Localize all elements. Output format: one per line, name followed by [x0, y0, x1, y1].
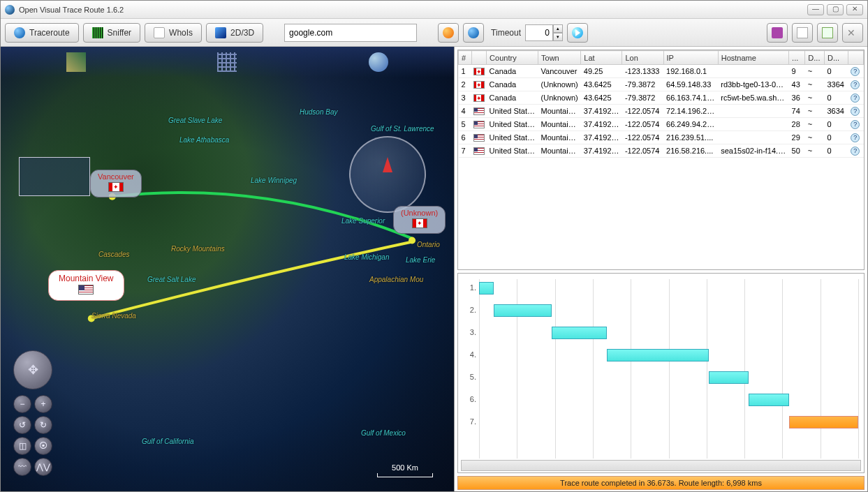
gantt-row: 3. [479, 324, 858, 345]
help-icon[interactable]: ? [851, 80, 860, 89]
node-mountain-view[interactable]: Mountain View [48, 270, 124, 301]
gantt-row-label: 5. [462, 373, 476, 381]
usa-flag-icon [473, 107, 485, 115]
reset-view-button[interactable]: ⦿ [34, 437, 52, 455]
layer-grid-icon[interactable] [217, 52, 237, 72]
card-icon [154, 27, 165, 38]
timeout-input[interactable] [525, 24, 553, 41]
table-row[interactable]: 5United StatesMountain Vi...37.419205-12… [459, 118, 864, 131]
traceroute-button[interactable]: Traceroute [5, 23, 79, 43]
col-d2[interactable]: D... [824, 51, 848, 65]
pan-joystick[interactable]: ✥ [13, 350, 52, 389]
mode-a-button[interactable]: 〰 [13, 458, 31, 476]
copy-url-button[interactable] [463, 23, 484, 43]
zoom-in-button[interactable]: + [34, 395, 52, 413]
col-n[interactable]: # [459, 51, 472, 65]
col-l[interactable]: ... [789, 51, 805, 65]
map-nav-controls: ✥ −+ ↺↻ ◫⦿ 〰⋀⋁ [13, 350, 52, 479]
whois-label: WhoIs [169, 28, 193, 38]
title-bar: Open Visual Trace Route 1.6.2 — ▢ ✕ [1, 1, 867, 19]
timeout-spinner[interactable]: ▴▾ [553, 24, 563, 41]
usa-flag-icon [473, 134, 485, 142]
import-button[interactable] [817, 23, 838, 43]
gantt-bar[interactable] [749, 394, 788, 406]
col-flag[interactable] [472, 51, 487, 65]
hops-table[interactable]: #CountryTownLatLonIPHostname...D...D... … [457, 50, 865, 270]
maximize-button[interactable]: ▢ [827, 4, 844, 15]
whois-button[interactable]: WhoIs [145, 23, 202, 43]
table-row[interactable]: 6United StatesMountain Vi...37.419205-12… [459, 131, 864, 144]
col-lon[interactable]: Lon [622, 51, 663, 65]
mode-b-button[interactable]: ⋀⋁ [34, 458, 52, 476]
settings-button[interactable]: ✕ [842, 23, 863, 43]
canada-flag-icon [473, 81, 485, 89]
table-row[interactable]: 7United StatesMountain Vi...37.419205-12… [459, 144, 864, 158]
node-unknown[interactable]: (Unknown) [393, 206, 446, 234]
orange-globe-icon [443, 27, 454, 38]
node-unknown-label: (Unknown) [401, 209, 438, 217]
gantt-bar[interactable] [479, 282, 494, 295]
tilt-button[interactable]: ◫ [13, 437, 31, 455]
gantt-bar[interactable] [607, 349, 709, 361]
help-icon[interactable]: ? [851, 120, 860, 129]
import-icon [822, 27, 833, 38]
canada-flag-icon [473, 94, 485, 102]
gantt-row: 5. [479, 368, 858, 389]
gantt-bar[interactable] [552, 327, 606, 339]
help-icon[interactable]: ? [851, 94, 860, 103]
node-vancouver-label: Vancouver [98, 172, 134, 181]
zoom-out-button[interactable]: − [13, 395, 31, 413]
help-icon[interactable]: ? [851, 133, 860, 142]
gantt-scrollbar[interactable] [461, 460, 861, 471]
table-row[interactable]: 2Canada(Unknown)43.6425-79.387264.59.148… [459, 78, 864, 91]
minimap[interactable] [19, 157, 90, 196]
gantt-bar[interactable] [709, 371, 749, 384]
layer-globe-icon[interactable] [369, 52, 388, 72]
help-icon[interactable]: ? [851, 107, 860, 116]
node-vancouver[interactable]: Vancouver [90, 170, 142, 197]
table-row[interactable]: 1CanadaVancouver49.25-123.1333192.168.0.… [459, 65, 864, 78]
col-ip[interactable]: IP [663, 51, 718, 65]
run-button[interactable] [567, 23, 588, 43]
table-row[interactable]: 4United StatesMountain Vi...37.419205-12… [459, 105, 864, 118]
usa-flag-icon [78, 285, 94, 295]
canada-flag-icon [473, 68, 485, 75]
gantt-row: 1. [479, 279, 858, 300]
gantt-row-label: 6. [462, 395, 476, 403]
help-icon[interactable]: ? [851, 147, 860, 156]
gantt-row-label: 3. [462, 328, 476, 336]
gantt-chart[interactable]: 1.2.3.4.5.6.7. [457, 273, 865, 473]
help-icon[interactable]: ? [851, 67, 860, 76]
compass[interactable] [349, 136, 426, 213]
col-host[interactable]: Hostname [718, 51, 788, 65]
close-button[interactable]: ✕ [846, 4, 863, 15]
globe-surface [1, 47, 454, 492]
canada-flag-icon [108, 182, 124, 192]
right-pane: #CountryTownLatLonIPHostname...D...D... … [455, 47, 867, 492]
col-d1[interactable]: D... [805, 51, 825, 65]
export-button[interactable] [792, 23, 813, 43]
view-label: 2D/3D [230, 28, 254, 38]
sniffer-button[interactable]: Sniffer [83, 23, 140, 43]
view-2d3d-button[interactable]: 2D/3D [206, 23, 263, 43]
web-lookup-button[interactable] [438, 23, 459, 43]
col-lat[interactable]: Lat [581, 51, 622, 65]
minimize-button[interactable]: — [807, 4, 824, 15]
gantt-bar[interactable] [789, 416, 858, 428]
sniffer-label: Sniffer [108, 28, 131, 38]
layer-terrain-icon[interactable] [66, 52, 86, 72]
gantt-bar[interactable] [494, 304, 552, 317]
globe-icon [14, 27, 25, 38]
flag-icon [772, 27, 783, 38]
col-h[interactable] [848, 51, 863, 65]
host-input[interactable] [284, 24, 417, 42]
map-pane[interactable]: Vancouver (Unknown) Mountain View Hudson… [1, 47, 455, 492]
col-town[interactable]: Town [538, 51, 581, 65]
app-icon [5, 5, 15, 15]
table-row[interactable]: 3Canada(Unknown)43.6425-79.387266.163.74… [459, 91, 864, 105]
gantt-row-label: 4. [462, 350, 476, 359]
flag-tool-button[interactable] [767, 23, 788, 43]
col-country[interactable]: Country [487, 51, 538, 65]
rotate-cw-button[interactable]: ↻ [34, 416, 52, 434]
rotate-ccw-button[interactable]: ↺ [13, 416, 31, 434]
